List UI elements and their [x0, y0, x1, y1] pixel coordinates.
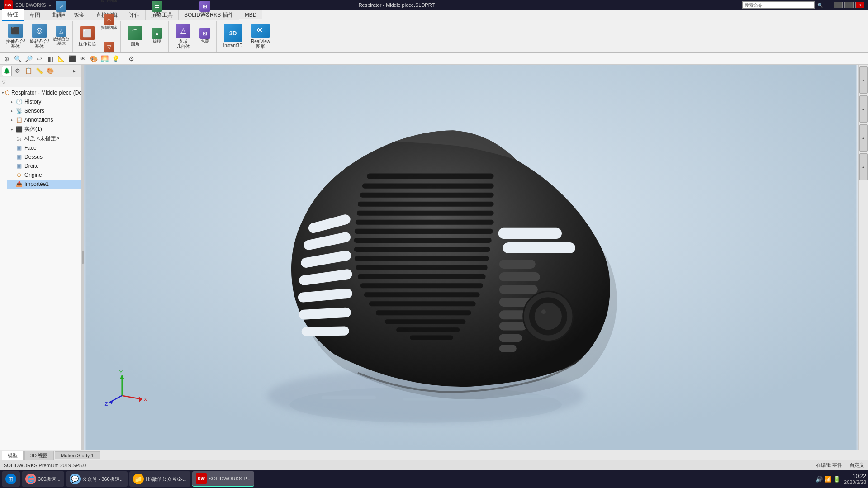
- titlebar-controls: 🔍 — □ ✕: [742, 1, 864, 9]
- extrude-cut-button[interactable]: ⬜ 拉伸切除: [76, 23, 99, 50]
- ref-geometry-button[interactable]: △ 参考几何体: [171, 23, 195, 50]
- toolbar-group-view: 3D Instant3D 👁 RealView图形: [218, 21, 276, 52]
- rib-button[interactable]: 〓 筋: [147, 0, 166, 23]
- tree-item-history[interactable]: ▸ 🕐 History: [7, 97, 81, 106]
- filter-icon: ▽: [2, 79, 5, 85]
- revolve-cut-button[interactable]: ⊙ 旋转切除: [100, 0, 119, 9]
- tree-expand-origine: [9, 172, 14, 178]
- topview-button[interactable]: ⊞ 顶视: [195, 0, 214, 23]
- tree-item-solidbody[interactable]: ▸ ⬛ 实体(1): [7, 124, 81, 134]
- right-panel-btn-2[interactable]: ▲: [859, 95, 868, 123]
- tree-item-material[interactable]: 🗂 材质 <未指定>: [7, 134, 81, 143]
- close-button[interactable]: ✕: [855, 2, 864, 8]
- right-panel: ▲ ▲ ▲ ▲: [858, 65, 868, 450]
- draft-button[interactable]: ▲ 拔模: [147, 23, 166, 50]
- tab-features[interactable]: 特征: [2, 9, 24, 21]
- display-manager-tab[interactable]: 🎨: [45, 66, 55, 76]
- start-button[interactable]: ⊞: [2, 471, 20, 487]
- tree-item-face[interactable]: ▣ Face: [7, 143, 81, 152]
- tree-item-importee[interactable]: 📥 Importée1: [7, 180, 81, 189]
- right-panel-btn-1[interactable]: ▲: [859, 66, 868, 94]
- section-view-button[interactable]: ◧: [45, 54, 55, 64]
- face-icon: ▣: [15, 144, 23, 152]
- taskbar-app-3-label: H:\微信公众号\2-...: [146, 476, 187, 483]
- svg-rect-11: [356, 220, 494, 225]
- status-custom: 自定义: [849, 462, 864, 469]
- revolve-boss-button[interactable]: ◎ 旋转凸台/基体: [28, 23, 51, 50]
- taskbar-app-3[interactable]: 📁 H:\微信公众号\2-...: [129, 471, 190, 487]
- wrap-button[interactable]: ⊠ 包覆: [195, 23, 214, 50]
- zoom-to-fit-button[interactable]: 🔍: [13, 54, 23, 64]
- tree-root-label: Respirator - Middle piece (Defau: [11, 90, 81, 96]
- tree-label-face: Face: [24, 145, 37, 151]
- topview-icon: ⊞: [199, 1, 210, 12]
- search-input[interactable]: [742, 1, 815, 9]
- tab-motion-study[interactable]: Motion Study 1: [55, 451, 100, 459]
- dynamic-annotation-button[interactable]: 📐: [56, 54, 66, 64]
- tree-item-droite[interactable]: ▣ Droite: [7, 161, 81, 171]
- fillet-label: 圆角: [131, 41, 140, 46]
- fillet-button[interactable]: ⌒ 圆角: [123, 23, 147, 50]
- taskbar-app-1-label: 360极速...: [38, 476, 61, 483]
- status-right: 在编辑 零件 自定义: [816, 462, 864, 469]
- loft-boss-label: 放样凸台/基体: [53, 37, 69, 46]
- tab-sheetmetal[interactable]: 钣金: [68, 10, 90, 20]
- dim-xpert-tab[interactable]: 📏: [34, 66, 44, 76]
- tab-3dview[interactable]: 3D 视图: [24, 451, 54, 460]
- tree-item-sensors[interactable]: ▸ 📡 Sensors: [7, 106, 81, 115]
- extrude-cut-label: 拉伸切除: [78, 41, 96, 46]
- tree-expand-solidbody: ▸: [9, 127, 14, 132]
- zoom-to-selection-button[interactable]: 🔎: [24, 54, 33, 64]
- lights-cameras-button[interactable]: 💡: [110, 54, 120, 64]
- show-hide-button[interactable]: 👁: [78, 54, 88, 64]
- tree-item-origine[interactable]: ⊕ Origine: [7, 171, 81, 180]
- svg-text:Y: Y: [119, 370, 123, 375]
- tab-mbd[interactable]: MBD: [239, 10, 263, 19]
- display-style-button[interactable]: ⬛: [67, 54, 77, 64]
- realview-button[interactable]: 👁 RealView图形: [247, 23, 274, 50]
- taskbar-app-4[interactable]: SW SOLIDWORKS P...: [192, 471, 254, 487]
- extrude-boss-button[interactable]: ⬛ 拉伸凸台/基体: [4, 23, 27, 50]
- maximize-button[interactable]: □: [844, 2, 854, 8]
- minimize-button[interactable]: —: [834, 2, 843, 8]
- solidbody-icon: ⬛: [15, 126, 23, 133]
- toolbar-buttons: ⬛ 拉伸凸台/基体 ◎ 旋转凸台/基体 ↗ 扫描 △ 放样凸台/基体 ◇ 边界凸…: [0, 20, 868, 52]
- taskbar-left: ⊞ 🌐 360极速... 💬 公众号 - 360极速... 📁 H:\微信公众号…: [2, 471, 254, 487]
- tree-item-annotations[interactable]: ▸ 📋 Annotations: [7, 115, 81, 124]
- draft-label: 拔模: [153, 39, 161, 44]
- svg-rect-12: [355, 229, 493, 234]
- orient-view-button[interactable]: ⊕: [2, 54, 12, 64]
- taskbar-app-1[interactable]: 🌐 360极速...: [22, 471, 64, 487]
- right-panel-btn-4[interactable]: ▲: [859, 153, 868, 180]
- previous-view-button[interactable]: ↩: [34, 54, 44, 64]
- display-settings-button[interactable]: ⚙: [126, 54, 136, 64]
- edit-appearance-button[interactable]: 🎨: [89, 54, 99, 64]
- tree-root-item[interactable]: ▾ ⬡ Respirator - Middle piece (Defau: [0, 88, 81, 97]
- svg-rect-34: [499, 260, 536, 269]
- tab-evaluate[interactable]: 评估: [123, 10, 146, 20]
- apply-scene-button[interactable]: 🌅: [100, 54, 109, 64]
- loft-boss-button[interactable]: △ 放样凸台/基体: [52, 23, 71, 50]
- origine-icon: ⊕: [15, 171, 23, 179]
- tree-item-dessus[interactable]: ▣ Dessus: [7, 152, 81, 161]
- svg-rect-10: [357, 211, 494, 216]
- right-panel-btn-3[interactable]: ▲: [859, 124, 868, 152]
- search-icon[interactable]: 🔍: [817, 3, 823, 8]
- sweep-button[interactable]: ↗ 扫描: [52, 0, 71, 23]
- expand-panel-button[interactable]: ▸: [69, 66, 79, 76]
- feature-tree-tab[interactable]: 🌲: [2, 66, 12, 76]
- property-manager-tab[interactable]: ⚙: [13, 66, 23, 76]
- instant3d-button[interactable]: 3D Instant3D: [219, 23, 247, 50]
- tab-sketch[interactable]: 草图: [24, 10, 46, 20]
- sweep-cut-label: 扫描切除: [101, 26, 117, 30]
- revolve-boss-label: 旋转凸台/基体: [30, 39, 49, 49]
- tree-label-dessus: Dessus: [24, 154, 43, 160]
- sweep-cut-button[interactable]: ✂ 扫描切除: [100, 9, 119, 36]
- config-manager-tab[interactable]: 📋: [24, 66, 33, 76]
- taskbar-app-2[interactable]: 💬 公众号 - 360极速...: [66, 471, 128, 487]
- taskbar-system-icons: 🔊 📶 🔋: [816, 476, 840, 483]
- tab-model[interactable]: 模型: [2, 451, 24, 460]
- viewport[interactable]: X Y Z: [84, 65, 858, 450]
- svg-rect-7: [362, 184, 494, 189]
- svg-rect-35: [499, 272, 540, 281]
